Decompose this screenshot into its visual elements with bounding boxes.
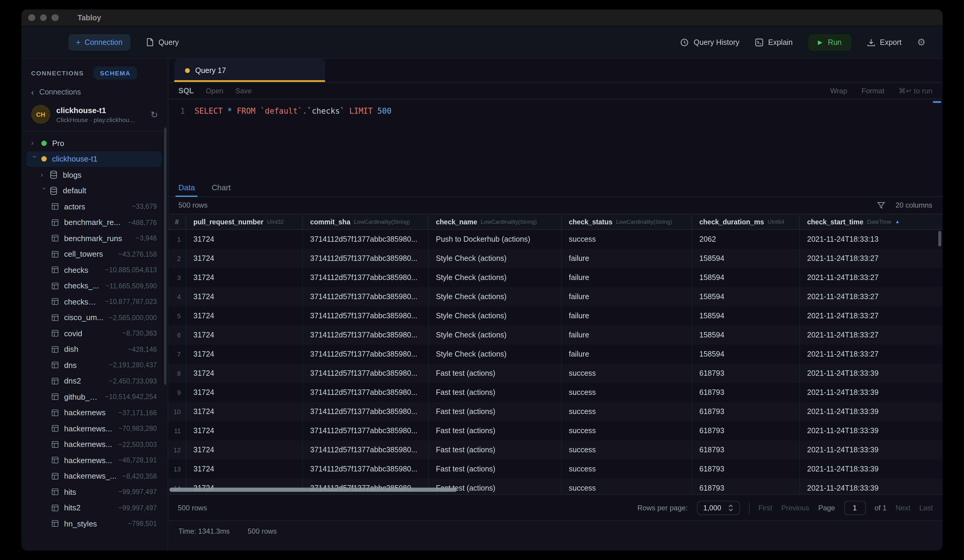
columns-count-button[interactable]: 20 columns <box>896 201 932 209</box>
column-header-commit_sha[interactable]: commit_shaLowCardinality(String) <box>303 214 429 229</box>
table-row[interactable]: 4317243714112d57f1377abbc385980...Style … <box>168 287 943 306</box>
tree-item-pro[interactable]: › Pro <box>26 135 162 151</box>
query-history-button[interactable]: Query History <box>681 38 739 46</box>
next-page-button[interactable]: Next <box>896 503 910 512</box>
page-number-input[interactable] <box>844 500 866 515</box>
table-row[interactable]: 10317243714112d57f1377abbc385980...Fast … <box>168 402 943 421</box>
tree-table-item[interactable]: dish~428,146 <box>26 341 162 357</box>
tree-table-item[interactable]: hackernews...~46,728,191 <box>26 452 162 468</box>
rows-per-page-select[interactable]: 1,000 <box>697 500 740 515</box>
table-row[interactable]: 9317243714112d57f1377abbc385980...Fast t… <box>168 383 943 402</box>
zoom-window-button[interactable] <box>52 15 59 21</box>
last-page-button[interactable]: Last <box>919 503 933 512</box>
first-page-button[interactable]: First <box>758 503 772 512</box>
terminal-icon <box>755 38 764 46</box>
table-row[interactable]: 13317243714112d57f1377abbc385980...Fast … <box>168 459 943 479</box>
tree-table-item[interactable]: hackernews...~22,503,003 <box>26 437 162 452</box>
results-header: 500 rows 20 columns <box>168 197 943 214</box>
tree-db-blogs[interactable]: › blogs <box>26 167 162 183</box>
table-row-count: ~33,679 <box>132 203 157 210</box>
cell: 31724 <box>186 287 303 306</box>
previous-page-button[interactable]: Previous <box>782 503 809 512</box>
format-button[interactable]: Format <box>861 86 884 95</box>
table-row[interactable]: 6317243714112d57f1377abbc385980...Style … <box>168 325 943 345</box>
column-header-check_duration_ms[interactable]: check_duration_msUInt64 <box>692 214 800 229</box>
tab-data[interactable]: Data <box>178 183 195 196</box>
column-header-check_status[interactable]: check_statusLowCardinality(String) <box>562 214 692 229</box>
wrap-button[interactable]: Wrap <box>830 86 847 95</box>
table-row[interactable]: 2317243714112d57f1377abbc385980...Style … <box>168 249 943 268</box>
cell: 31724 <box>186 345 303 364</box>
add-connection-button[interactable]: + Connection <box>68 34 130 50</box>
vertical-scrollbar[interactable] <box>938 231 941 247</box>
column-type: LowCardinality(String) <box>481 218 537 225</box>
tree-table-item[interactable]: benchmark_runs~3,946 <box>26 230 162 246</box>
column-header-check_start_time[interactable]: check_start_timeDateTime▲ <box>800 214 943 229</box>
tree-table-item[interactable]: hits2~99,997,497 <box>26 500 162 516</box>
column-name: check_name <box>436 218 477 225</box>
cell: 14 <box>168 479 186 494</box>
tree-table-item[interactable]: cisco_um...~2,565,000,000 <box>26 310 162 325</box>
tree-table-item[interactable]: hn_styles~798,501 <box>26 516 162 532</box>
tree-table-item[interactable]: hackernews_...~8,420,358 <box>26 468 162 484</box>
table-row[interactable]: 14317243714112d57f1377abbc385980...Fast … <box>168 479 943 494</box>
table-row[interactable]: 1317243714112d57f1377abbc385980...Push t… <box>168 230 943 249</box>
table-row[interactable]: 8317243714112d57f1377abbc385980...Fast t… <box>168 364 943 383</box>
table-row[interactable]: 5317243714112d57f1377abbc385980...Style … <box>168 306 943 325</box>
divider <box>749 502 749 513</box>
tree-table-item[interactable]: hits~99,997,497 <box>26 484 162 500</box>
refresh-icon[interactable]: ↻ <box>151 110 158 119</box>
horizontal-scrollbar[interactable] <box>169 488 457 492</box>
filter-funnel-icon[interactable] <box>877 201 885 209</box>
close-window-button[interactable] <box>28 15 35 21</box>
cell: 2021-11-24T18:33:27 <box>800 306 943 325</box>
tree-table-item[interactable]: actors~33,679 <box>26 199 162 214</box>
editor-scrollbar[interactable] <box>933 101 941 103</box>
open-button[interactable]: Open <box>206 86 223 95</box>
export-button[interactable]: Export <box>867 38 901 46</box>
table-row[interactable]: 3317243714112d57f1377abbc385980...Style … <box>168 268 943 287</box>
connection-card[interactable]: CH clickhouse-t1 ClickHouse · play.click… <box>21 101 168 131</box>
column-header-check_name[interactable]: check_nameLowCardinality(String) <box>429 214 562 229</box>
table-icon <box>52 314 59 321</box>
table-row[interactable]: 11317243714112d57f1377abbc385980...Fast … <box>168 421 943 440</box>
connection-subtitle: ClickHouse · play.clickhou... <box>56 116 134 123</box>
tree-table-item[interactable]: github_e...~10,514,942,254 <box>26 389 162 405</box>
cell: 158594 <box>692 287 800 306</box>
tree-table-item[interactable]: checks~10,885,054,613 <box>26 262 162 278</box>
settings-gear-icon[interactable]: ⚙ <box>917 37 926 47</box>
column-header-index[interactable]: # <box>168 214 186 229</box>
tree-table-item[interactable]: cell_towers~43,276,158 <box>26 246 162 262</box>
tree-table-item[interactable]: dns2~2,450,733,093 <box>26 373 162 389</box>
minimize-window-button[interactable] <box>40 15 47 21</box>
chevron-down-icon[interactable]: › <box>31 156 38 164</box>
tree-table-item[interactable]: checks_v2~10,877,787,023 <box>26 294 162 310</box>
tab-chart[interactable]: Chart <box>212 183 231 196</box>
chevron-right-icon[interactable]: › <box>31 140 40 147</box>
tree-table-item[interactable]: dns~2,191,280,437 <box>26 357 162 373</box>
chevron-down-icon[interactable]: › <box>41 187 48 196</box>
tree-item-clickhouse-t1[interactable]: › clickhouse-t1 <box>26 151 162 167</box>
column-header-pull_request_number[interactable]: pull_request_numberUInt32 <box>186 214 303 229</box>
tree-table-item[interactable]: hackernews~37,171,166 <box>26 405 162 420</box>
new-query-button[interactable]: Query <box>146 38 179 47</box>
back-to-connections[interactable]: ‹ Connections <box>21 85 168 101</box>
sidebar-scrollbar[interactable] <box>164 127 166 385</box>
table-row[interactable]: 12317243714112d57f1377abbc385980...Fast … <box>168 440 943 459</box>
tree-table-item[interactable]: covid~8,730,363 <box>26 325 162 341</box>
cell: 3714112d57f1377abbc385980... <box>303 249 429 268</box>
table-row[interactable]: 7317243714112d57f1377abbc385980...Style … <box>168 345 943 364</box>
save-button[interactable]: Save <box>235 86 252 95</box>
tab-connections[interactable]: CONNECTIONS <box>31 70 84 76</box>
tree-table-item[interactable]: benchmark_re...~488,776 <box>26 214 162 230</box>
run-query-button[interactable]: ▶ Run <box>808 34 851 50</box>
explain-button[interactable]: Explain <box>755 38 793 46</box>
tab-schema[interactable]: SCHEMA <box>93 67 137 80</box>
tab-query-17[interactable]: Query 17 <box>174 58 325 82</box>
tree-table-item[interactable]: checks_...~11,665,509,590 <box>26 278 162 294</box>
table-icon <box>52 251 59 258</box>
sql-editor[interactable]: 1 SELECT * FROM `default`.`checks` LIMIT… <box>168 99 943 180</box>
chevron-right-icon[interactable]: › <box>41 171 50 179</box>
tree-db-default[interactable]: › default <box>26 183 162 199</box>
tree-table-item[interactable]: hackernews...~70,983,280 <box>26 420 162 437</box>
